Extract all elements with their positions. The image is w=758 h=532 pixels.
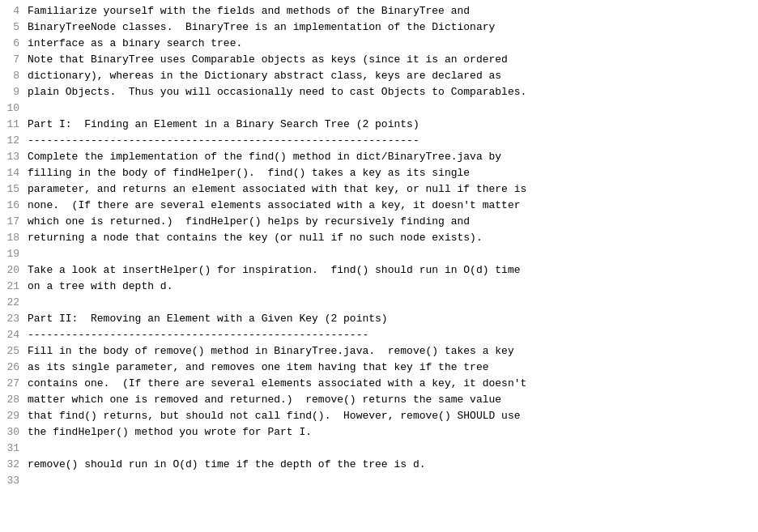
code-line: 30the findHelper() method you wrote for …	[0, 424, 758, 440]
line-number: 25	[2, 343, 28, 360]
line-number: 19	[2, 246, 28, 262]
line-content: as its single parameter, and removes one…	[28, 360, 756, 376]
code-line: 6interface as a binary search tree.	[0, 36, 758, 52]
line-content: that find() returns, but should not call…	[28, 408, 756, 424]
line-content: BinaryTreeNode classes. BinaryTree is an…	[28, 19, 756, 36]
line-number: 23	[2, 311, 28, 327]
code-viewer: 4Familiarize yourself with the fields an…	[0, 0, 758, 532]
line-number: 16	[2, 198, 28, 214]
code-line: 5BinaryTreeNode classes. BinaryTree is a…	[0, 19, 758, 36]
line-number: 33	[2, 473, 28, 489]
line-content: plain Objects. Thus you will occasionall…	[28, 84, 756, 100]
line-content: Part II: Removing an Element with a Give…	[28, 311, 756, 327]
code-line: 16none. (If there are several elements a…	[0, 198, 758, 214]
line-number: 13	[2, 149, 28, 165]
line-content: matter which one is removed and returned…	[28, 392, 756, 408]
code-line: 33	[0, 473, 758, 489]
line-content: dictionary), whereas in the Dictionary a…	[28, 68, 756, 84]
code-line: 14filling in the body of findHelper(). f…	[0, 165, 758, 181]
line-number: 30	[2, 424, 28, 440]
line-number: 9	[2, 84, 28, 100]
line-content	[28, 100, 756, 117]
code-line: 26as its single parameter, and removes o…	[0, 360, 758, 376]
line-content: Complete the implementation of the find(…	[28, 149, 756, 165]
line-number: 32	[2, 457, 28, 473]
line-content: interface as a binary search tree.	[28, 36, 756, 52]
line-number: 21	[2, 279, 28, 295]
line-content: ----------------------------------------…	[28, 133, 756, 149]
line-number: 17	[2, 214, 28, 230]
line-content	[28, 440, 756, 457]
code-line: 20Take a look at insertHelper() for insp…	[0, 262, 758, 279]
line-number: 27	[2, 376, 28, 392]
line-content	[28, 295, 756, 311]
line-number: 4	[2, 3, 28, 19]
line-content: Fill in the body of remove() method in B…	[28, 343, 756, 360]
line-content: Part I: Finding an Element in a Binary S…	[28, 117, 756, 133]
line-content: on a tree with depth d.	[28, 279, 756, 295]
line-number: 26	[2, 360, 28, 376]
code-line: 31	[0, 440, 758, 457]
line-number: 31	[2, 440, 28, 457]
code-line: 15parameter, and returns an element asso…	[0, 181, 758, 198]
code-line: 17which one is returned.) findHelper() h…	[0, 214, 758, 230]
code-line: 25Fill in the body of remove() method in…	[0, 343, 758, 360]
code-line: 18returning a node that contains the key…	[0, 230, 758, 246]
line-number: 22	[2, 295, 28, 311]
line-number: 14	[2, 165, 28, 181]
line-content	[28, 473, 756, 489]
code-line: 19	[0, 246, 758, 262]
line-content: parameter, and returns an element associ…	[28, 181, 756, 198]
code-line: 12--------------------------------------…	[0, 133, 758, 149]
code-line: 29that find() returns, but should not ca…	[0, 408, 758, 424]
code-line: 11Part I: Finding an Element in a Binary…	[0, 117, 758, 133]
code-line: 27contains one. (If there are several el…	[0, 376, 758, 392]
code-line: 7Note that BinaryTree uses Comparable ob…	[0, 52, 758, 68]
code-line: 21on a tree with depth d.	[0, 279, 758, 295]
code-line: 23Part II: Removing an Element with a Gi…	[0, 311, 758, 327]
code-line: 9plain Objects. Thus you will occasional…	[0, 84, 758, 100]
line-content: remove() should run in O(d) time if the …	[28, 457, 756, 473]
line-content: none. (If there are several elements ass…	[28, 198, 756, 214]
line-content: ----------------------------------------…	[28, 327, 756, 343]
line-number: 20	[2, 262, 28, 279]
line-number: 11	[2, 117, 28, 133]
code-line: 4Familiarize yourself with the fields an…	[0, 3, 758, 19]
code-line: 13Complete the implementation of the fin…	[0, 149, 758, 165]
line-content: filling in the body of findHelper(). fin…	[28, 165, 756, 181]
code-line: 28matter which one is removed and return…	[0, 392, 758, 408]
line-number: 8	[2, 68, 28, 84]
code-line: 24--------------------------------------…	[0, 327, 758, 343]
line-number: 12	[2, 133, 28, 149]
line-number: 24	[2, 327, 28, 343]
line-content	[28, 246, 756, 262]
line-content: Take a look at insertHelper() for inspir…	[28, 262, 756, 279]
line-number: 7	[2, 52, 28, 68]
line-content: Familiarize yourself with the fields and…	[28, 3, 756, 19]
line-content: returning a node that contains the key (…	[28, 230, 756, 246]
line-content: the findHelper() method you wrote for Pa…	[28, 424, 756, 440]
code-line: 10	[0, 100, 758, 117]
line-number: 18	[2, 230, 28, 246]
line-content: Note that BinaryTree uses Comparable obj…	[28, 52, 756, 68]
line-number: 6	[2, 36, 28, 52]
line-number: 10	[2, 100, 28, 117]
line-content: contains one. (If there are several elem…	[28, 376, 756, 392]
line-number: 15	[2, 181, 28, 198]
code-line: 8dictionary), whereas in the Dictionary …	[0, 68, 758, 84]
line-number: 29	[2, 408, 28, 424]
code-line: 32remove() should run in O(d) time if th…	[0, 457, 758, 473]
line-number: 5	[2, 19, 28, 36]
line-number: 28	[2, 392, 28, 408]
line-content: which one is returned.) findHelper() hel…	[28, 214, 756, 230]
code-line: 22	[0, 295, 758, 311]
